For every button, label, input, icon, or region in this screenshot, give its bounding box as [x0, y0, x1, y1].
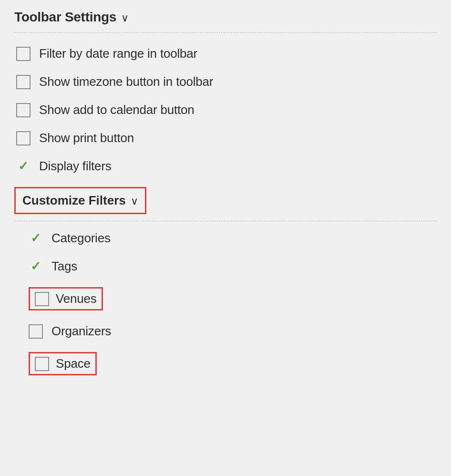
customize-filters-chevron: ∨: [131, 195, 138, 207]
label-display-filters: Display filters: [39, 159, 112, 174]
checkbox-show-print[interactable]: [16, 131, 31, 145]
label-tags: Tags: [51, 259, 77, 274]
checkbox-categories[interactable]: ✓: [29, 231, 43, 246]
option-row-space[interactable]: Space: [29, 352, 97, 375]
label-venues: Venues: [56, 291, 97, 306]
customize-filters-divider: [14, 221, 437, 221]
checkbox-tags[interactable]: ✓: [29, 259, 43, 274]
option-row-venues-wrapper: Venues: [14, 287, 437, 310]
option-row-space-wrapper: Space: [14, 352, 437, 375]
checkbox-organizers[interactable]: [29, 324, 43, 339]
label-filter-date-range: Filter by date range in toolbar: [39, 46, 197, 61]
label-show-print: Show print button: [39, 131, 134, 145]
checkbox-show-timezone[interactable]: [16, 75, 31, 89]
option-row-filter-date-range: Filter by date range in toolbar: [14, 46, 437, 61]
label-add-to-calendar: Show add to calendar button: [39, 103, 195, 117]
option-row-display-filters: ✓ Display filters: [14, 159, 437, 174]
option-row-venues[interactable]: Venues: [29, 287, 103, 310]
checkbox-filter-date-range[interactable]: [16, 47, 31, 61]
option-row-organizers: Organizers: [14, 324, 437, 339]
option-row-categories: ✓ Categories: [14, 231, 437, 246]
label-space: Space: [56, 356, 91, 371]
toolbar-settings-chevron: ∨: [121, 12, 129, 24]
checkbox-add-to-calendar[interactable]: [16, 103, 31, 117]
checkbox-space[interactable]: [35, 357, 49, 371]
label-organizers: Organizers: [51, 324, 111, 339]
checkbox-display-filters[interactable]: ✓: [16, 159, 31, 174]
customize-filters-header[interactable]: Customize Filters ∨: [14, 187, 146, 214]
label-categories: Categories: [51, 231, 111, 246]
toolbar-settings-title: Toolbar Settings: [14, 10, 116, 25]
toolbar-settings-header[interactable]: Toolbar Settings ∨: [14, 10, 437, 25]
option-row-add-to-calendar: Show add to calendar button: [14, 103, 437, 117]
option-row-show-timezone: Show timezone button in toolbar: [14, 74, 437, 89]
customize-filters-section: Customize Filters ∨ ✓ Categories ✓ Tags …: [14, 187, 437, 375]
customize-filters-title: Customize Filters: [22, 193, 126, 208]
checkbox-venues[interactable]: [35, 292, 49, 306]
toolbar-settings-divider: [14, 32, 437, 33]
option-row-tags: ✓ Tags: [14, 259, 437, 274]
settings-container: Toolbar Settings ∨ Filter by date range …: [14, 10, 437, 375]
label-show-timezone: Show timezone button in toolbar: [39, 74, 213, 89]
option-row-show-print: Show print button: [14, 131, 437, 145]
